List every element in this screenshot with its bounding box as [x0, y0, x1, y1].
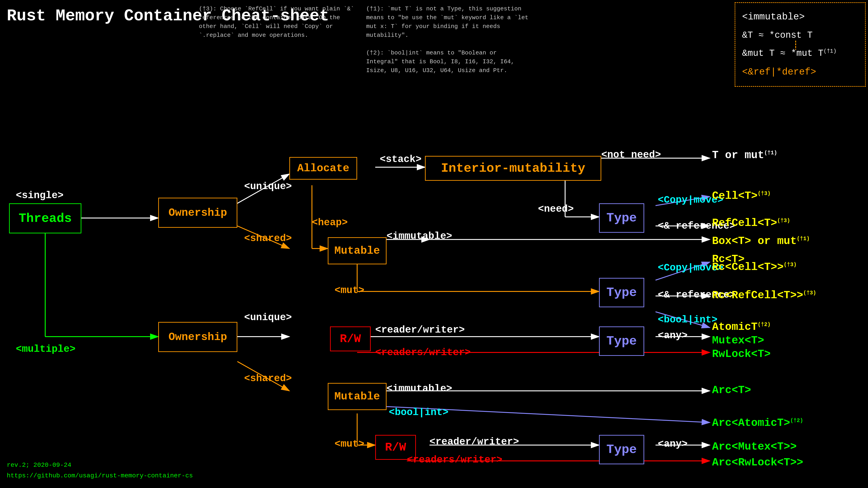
readers-writer1-label: <readers/writer>: [375, 347, 471, 358]
mut1-label: <mut>: [335, 285, 364, 296]
type4-box: Type: [599, 435, 644, 464]
result-t-or-mut: T or mut(†1): [712, 149, 777, 161]
type3-box: Type: [599, 326, 644, 356]
url-label: https://github.com/usagi/rust-memory-con…: [7, 470, 193, 481]
reader-writer1-label: <reader/writer>: [375, 324, 465, 335]
result-cell-t: Cell<T>(†3): [712, 190, 771, 202]
immutable-label: <immutable>: [742, 7, 858, 26]
reader-writer2-label: <reader/writer>: [430, 436, 519, 447]
ownership1-box: Ownership: [158, 198, 237, 228]
bool-int2-label: <bool|int>: [389, 407, 448, 418]
readers-writer2-label: <readers/writer>: [407, 454, 502, 465]
reference-box: <immutable> &T ≈ *const T &mut T ≈ *mut …: [735, 2, 866, 87]
footnote-2-text: (†1): `mut T` is not a Type, this sugges…: [366, 5, 528, 39]
allocate-box: Allocate: [289, 157, 357, 180]
result-refcell-t: RefCell<T>(†3): [712, 217, 790, 229]
result-arc-rwlock-t: Arc<RwLock<T>>: [712, 456, 803, 468]
result-arc-t: Arc<T>: [712, 384, 751, 396]
interior-mutability-box: Interior-mutability: [425, 156, 601, 181]
const-ref-label: &T ≈ *const T: [742, 26, 858, 44]
result-rwlock-t: RwLock<T>: [712, 348, 771, 360]
result-box-t: Box<T> or mut(†1): [712, 235, 810, 247]
immutable1-label: <immutable>: [386, 230, 452, 242]
result-rc-refcell-t: Rc<RefCell<T>>(†3): [712, 289, 816, 301]
type2-box: Type: [599, 278, 644, 307]
result-mutex-t: Mutex<T>: [712, 334, 764, 347]
any1-label: <any>: [658, 330, 688, 341]
shared1-label: <shared>: [244, 233, 292, 244]
not-need-label: <not need>: [601, 149, 661, 160]
single-label: <single>: [16, 190, 64, 201]
bool-int1-label: <bool|int>: [658, 314, 717, 325]
multiple-label: <multiple>: [16, 344, 75, 355]
result-atomic-t: AtomicT(†2): [712, 321, 771, 333]
need-label: <need>: [538, 203, 574, 215]
ownership2-box: Ownership: [158, 322, 237, 352]
rw1-box: R/W: [330, 326, 371, 351]
mut2-label: <mut>: [335, 438, 364, 450]
footnote-2-3: (†1): `mut T` is not a Type, this sugges…: [366, 4, 529, 75]
result-arc-mutex-t: Arc<Mutex<T>>: [712, 441, 797, 453]
mutable1-box: Mutable: [328, 237, 386, 264]
rev-label: rev.2; 2020-09-24: [7, 460, 193, 470]
mut-ref-label: &mut T ≈ *mut T(†1): [742, 44, 858, 63]
threads-box: Threads: [9, 203, 81, 233]
result-arc-atomic-t: Arc<AtomicT>(†2): [712, 417, 803, 429]
mutable2-box: Mutable: [328, 383, 386, 410]
immutable2-label: <immutable>: [386, 383, 452, 394]
stack-label: <stack>: [380, 154, 422, 165]
any2-label: <any>: [658, 438, 688, 450]
heap-label: <heap>: [312, 217, 348, 228]
revision-info: rev.2; 2020-09-24 https://github.com/usa…: [7, 460, 193, 481]
footnote-1: (†3): Choose `RefCell` if you want plain…: [199, 4, 357, 40]
unique1-label: <unique>: [244, 181, 292, 192]
footnote-3-text: (†2): `bool|int` means to "Boolean or In…: [366, 50, 514, 74]
deref-label: <&ref|*deref>: [742, 63, 858, 82]
result-rc-cell-t: Rc<Cell<T>>(†3): [712, 261, 797, 273]
unique2-label: <unique>: [244, 312, 292, 323]
shared2-label: <shared>: [244, 373, 292, 384]
type1-box: Type: [599, 203, 644, 233]
